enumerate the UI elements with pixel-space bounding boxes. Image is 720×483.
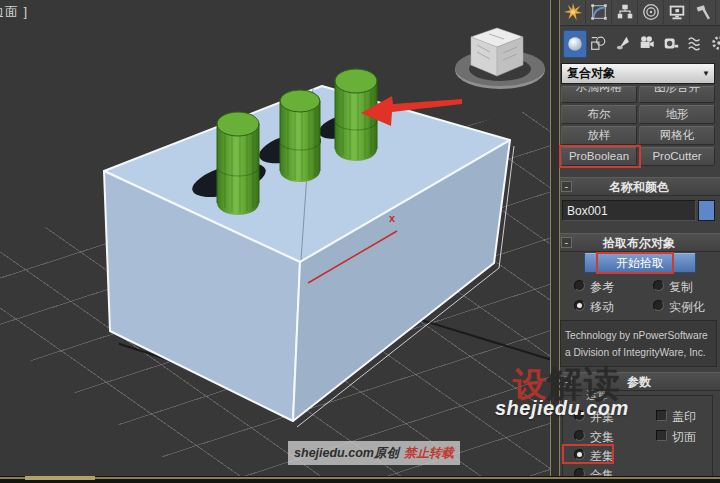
cylinder-1 bbox=[217, 112, 259, 215]
utilities-tab[interactable] bbox=[690, 0, 716, 24]
modify-arc-icon bbox=[589, 2, 609, 22]
tape-measure-icon bbox=[662, 34, 680, 52]
checkbox-cookie-label: 切面 bbox=[672, 429, 696, 446]
category-lights[interactable] bbox=[612, 30, 634, 56]
viewport-bottom-border bbox=[0, 476, 720, 483]
display-tab[interactable] bbox=[664, 0, 690, 24]
dropdown-value: 复合对象 bbox=[562, 65, 698, 82]
object-type-dropdown[interactable]: 复合对象 ▼ bbox=[561, 63, 715, 84]
radio-copy[interactable] bbox=[653, 280, 664, 291]
panel-splitter[interactable] bbox=[550, 0, 560, 477]
boolean-button[interactable]: 布尔 bbox=[561, 105, 637, 124]
motion-rings-icon bbox=[641, 2, 661, 22]
category-geometry[interactable] bbox=[563, 30, 587, 58]
geometry-sphere-icon bbox=[566, 35, 584, 53]
shapes-icon bbox=[589, 34, 607, 52]
hierarchy-tree-icon bbox=[615, 2, 635, 22]
collapse-icon[interactable]: - bbox=[561, 237, 572, 248]
app-window: x 边面 ] shejiedu.com原创 禁止转载 bbox=[0, 0, 720, 483]
waves-icon bbox=[686, 34, 704, 52]
create-tab[interactable] bbox=[560, 0, 586, 24]
info-line-1: Technology by nPowerSoftware bbox=[565, 327, 713, 344]
radio-union-label: 并集 bbox=[590, 409, 614, 426]
active-viewport-border bbox=[0, 477, 720, 479]
radio-intersection-label: 交集 bbox=[590, 429, 614, 446]
border-highlight-patch bbox=[25, 476, 95, 480]
perspective-viewport[interactable]: x 边面 ] shejiedu.com原创 禁止转载 bbox=[0, 0, 555, 477]
radio-subtraction[interactable] bbox=[574, 449, 585, 460]
terrain-button[interactable]: 地形 bbox=[639, 105, 715, 124]
blobmesh-button[interactable]: 水滴网格 bbox=[561, 86, 637, 103]
loft-button[interactable]: 放样 bbox=[561, 126, 637, 145]
radio-move-label: 移动 bbox=[590, 299, 614, 316]
object-color-swatch[interactable] bbox=[698, 200, 715, 221]
checkbox-cookie[interactable] bbox=[656, 430, 667, 441]
category-shapes[interactable] bbox=[587, 30, 609, 56]
display-monitor-icon bbox=[667, 2, 687, 22]
radio-move[interactable] bbox=[574, 300, 585, 311]
viewport-shading-label[interactable]: 边面 ] bbox=[0, 3, 28, 21]
proboolean-button[interactable]: ProBoolean bbox=[561, 147, 637, 166]
category-systems[interactable] bbox=[708, 30, 720, 56]
rollout-title: 名称和颜色 bbox=[558, 178, 720, 196]
watermark-warning-text: 禁止转载 bbox=[404, 445, 454, 462]
radio-intersection[interactable] bbox=[574, 430, 585, 441]
gear-icon bbox=[710, 34, 720, 52]
radio-copy-label: 复制 bbox=[669, 279, 693, 296]
radio-union[interactable] bbox=[574, 410, 585, 421]
radio-reference[interactable] bbox=[574, 280, 585, 291]
category-space-warps[interactable] bbox=[684, 30, 706, 56]
bottom-watermark: shejiedu.com原创 禁止转载 bbox=[288, 441, 460, 465]
rollout-title: 拾取布尔对象 bbox=[558, 234, 720, 252]
watermark-site-text: shejiedu.com原创 bbox=[294, 445, 399, 462]
collapse-icon[interactable]: - bbox=[561, 376, 572, 387]
modify-tab[interactable] bbox=[586, 0, 612, 24]
object-name-input[interactable] bbox=[562, 200, 696, 221]
red-x-annotation: x bbox=[389, 212, 396, 224]
cylinder-2 bbox=[280, 90, 320, 182]
create-starburst-icon bbox=[563, 2, 583, 22]
utilities-hammer-icon bbox=[693, 2, 713, 22]
operation-group-label: 运算 bbox=[582, 388, 612, 403]
collapse-icon[interactable]: - bbox=[561, 181, 572, 192]
category-cameras[interactable] bbox=[636, 30, 658, 56]
checkbox-imprint-label: 盖印 bbox=[672, 409, 696, 426]
procutter-button[interactable]: ProCutter bbox=[639, 147, 715, 166]
category-helpers[interactable] bbox=[660, 30, 682, 56]
chevron-down-icon: ▼ bbox=[698, 69, 714, 78]
hierarchy-tab[interactable] bbox=[612, 0, 638, 24]
mesher-button[interactable]: 网格化 bbox=[639, 126, 715, 145]
command-panel: 复合对象 ▼ 水滴网格 图形合并 布尔 地形 放样 网格化 ProBoolean… bbox=[558, 0, 720, 477]
scene-3d: x bbox=[0, 0, 555, 477]
rollout-name-color[interactable]: - 名称和颜色 bbox=[558, 177, 720, 196]
shapemerge-button[interactable]: 图形合并 bbox=[639, 86, 715, 103]
camera-icon bbox=[638, 34, 656, 52]
start-picking-button[interactable]: 开始拾取 bbox=[584, 253, 696, 273]
panel-tabs bbox=[558, 0, 720, 26]
spotlight-icon bbox=[614, 34, 632, 52]
info-line-2: a Division of IntegrityWare, Inc. bbox=[565, 344, 713, 361]
checkbox-imprint[interactable] bbox=[656, 410, 667, 421]
cube-ring-logo bbox=[455, 28, 545, 89]
radio-subtraction-label: 差集 bbox=[590, 448, 614, 465]
radio-reference-label: 参考 bbox=[590, 279, 614, 296]
motion-tab[interactable] bbox=[638, 0, 664, 24]
technology-info-box: Technology by nPowerSoftware a Division … bbox=[560, 320, 717, 367]
radio-instance-label: 实例化 bbox=[669, 299, 705, 316]
rollout-pick-boolean[interactable]: - 拾取布尔对象 bbox=[558, 233, 720, 252]
radio-instance[interactable] bbox=[653, 300, 664, 311]
